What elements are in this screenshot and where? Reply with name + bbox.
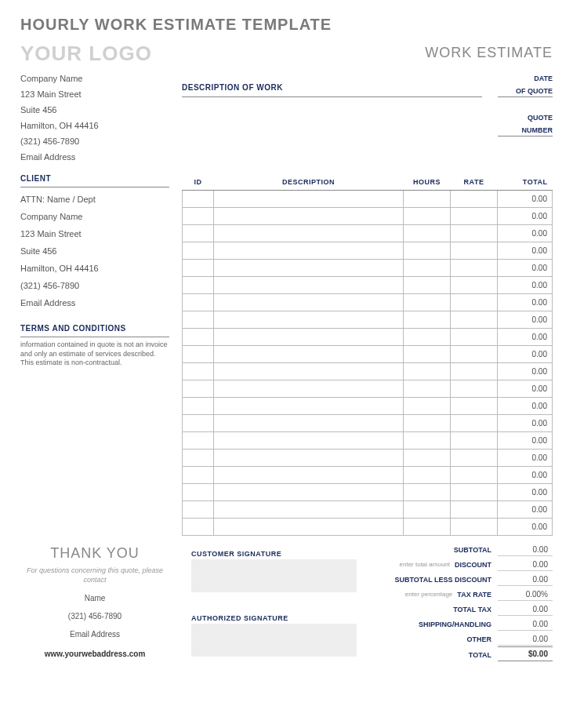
cell-rate[interactable] — [451, 501, 498, 519]
cell-hours[interactable] — [404, 467, 451, 484]
cell-rate[interactable] — [451, 294, 498, 311]
cell-description[interactable] — [214, 208, 404, 225]
cell-total: 0.00 — [498, 191, 553, 208]
cell-id[interactable] — [183, 260, 214, 277]
cell-hours[interactable] — [404, 208, 451, 225]
cell-description[interactable] — [214, 501, 404, 519]
cell-rate[interactable] — [451, 225, 498, 242]
cell-rate[interactable] — [451, 484, 498, 501]
table-row: 0.00 — [183, 467, 553, 484]
cell-hours[interactable] — [404, 329, 451, 346]
cell-description[interactable] — [214, 380, 404, 398]
authorized-signature-box[interactable] — [191, 624, 357, 657]
cell-id[interactable] — [183, 242, 214, 260]
table-row: 0.00 — [183, 329, 553, 346]
cell-description[interactable] — [214, 329, 404, 346]
cell-description[interactable] — [214, 311, 404, 329]
cell-hours[interactable] — [404, 501, 451, 519]
table-row: 0.00 — [183, 484, 553, 501]
cell-id[interactable] — [183, 519, 214, 536]
cell-description[interactable] — [214, 363, 404, 380]
cell-description[interactable] — [214, 398, 404, 415]
cell-id[interactable] — [183, 191, 214, 208]
cell-description[interactable] — [214, 242, 404, 260]
cell-description[interactable] — [214, 467, 404, 484]
cell-id[interactable] — [183, 277, 214, 294]
company-name: Company Name — [20, 71, 182, 86]
logo-placeholder: YOUR LOGO — [20, 42, 152, 66]
cell-hours[interactable] — [404, 242, 451, 260]
cell-id[interactable] — [183, 467, 214, 484]
cell-id[interactable] — [183, 225, 214, 242]
cell-rate[interactable] — [451, 277, 498, 294]
cell-id[interactable] — [183, 329, 214, 346]
cell-id[interactable] — [183, 346, 214, 363]
cell-hours[interactable] — [404, 432, 451, 450]
table-row: 0.00 — [183, 191, 553, 208]
cell-rate[interactable] — [451, 432, 498, 450]
cell-total: 0.00 — [498, 311, 553, 329]
cell-hours[interactable] — [404, 260, 451, 277]
cell-description[interactable] — [214, 346, 404, 363]
cell-rate[interactable] — [451, 311, 498, 329]
table-row: 0.00 — [183, 294, 553, 311]
table-row: 0.00 — [183, 277, 553, 294]
cell-description[interactable] — [214, 432, 404, 450]
cell-hours[interactable] — [404, 191, 451, 208]
cell-rate[interactable] — [451, 242, 498, 260]
cell-id[interactable] — [183, 363, 214, 380]
cell-hours[interactable] — [404, 311, 451, 329]
cell-hours[interactable] — [404, 277, 451, 294]
cell-hours[interactable] — [404, 346, 451, 363]
cell-description[interactable] — [214, 191, 404, 208]
cell-hours[interactable] — [404, 519, 451, 536]
cell-rate[interactable] — [451, 191, 498, 208]
cell-id[interactable] — [183, 294, 214, 311]
cell-rate[interactable] — [451, 415, 498, 432]
cell-description[interactable] — [214, 277, 404, 294]
cell-rate[interactable] — [451, 346, 498, 363]
cell-id[interactable] — [183, 484, 214, 501]
cell-rate[interactable] — [451, 329, 498, 346]
cell-id[interactable] — [183, 415, 214, 432]
cell-hours[interactable] — [404, 294, 451, 311]
cell-id[interactable] — [183, 311, 214, 329]
cell-hours[interactable] — [404, 398, 451, 415]
cell-description[interactable] — [214, 450, 404, 467]
cell-rate[interactable] — [451, 208, 498, 225]
number-label: NUMBER — [498, 124, 553, 136]
cell-hours[interactable] — [404, 484, 451, 501]
client-header: CLIENT — [20, 174, 169, 187]
cell-description[interactable] — [214, 519, 404, 536]
cell-rate[interactable] — [451, 450, 498, 467]
cell-rate[interactable] — [451, 519, 498, 536]
cell-rate[interactable] — [451, 398, 498, 415]
customer-signature-box[interactable] — [191, 559, 357, 592]
cell-description[interactable] — [214, 225, 404, 242]
cell-hours[interactable] — [404, 225, 451, 242]
taxrate-value: 0.00% — [498, 588, 553, 601]
cell-total: 0.00 — [498, 225, 553, 242]
table-row: 0.00 — [183, 450, 553, 467]
cell-description[interactable] — [214, 415, 404, 432]
authorized-signature-label: AUTHORIZED SIGNATURE — [191, 614, 357, 622]
cell-hours[interactable] — [404, 363, 451, 380]
cell-rate[interactable] — [451, 467, 498, 484]
cell-id[interactable] — [183, 208, 214, 225]
cell-hours[interactable] — [404, 380, 451, 398]
cell-description[interactable] — [214, 484, 404, 501]
cell-rate[interactable] — [451, 260, 498, 277]
cell-hours[interactable] — [404, 415, 451, 432]
cell-id[interactable] — [183, 501, 214, 519]
cell-rate[interactable] — [451, 380, 498, 398]
cell-id[interactable] — [183, 432, 214, 450]
cell-id[interactable] — [183, 450, 214, 467]
table-row: 0.00 — [183, 346, 553, 363]
cell-total: 0.00 — [498, 277, 553, 294]
cell-rate[interactable] — [451, 363, 498, 380]
cell-description[interactable] — [214, 260, 404, 277]
cell-id[interactable] — [183, 398, 214, 415]
cell-hours[interactable] — [404, 450, 451, 467]
cell-id[interactable] — [183, 380, 214, 398]
cell-description[interactable] — [214, 294, 404, 311]
